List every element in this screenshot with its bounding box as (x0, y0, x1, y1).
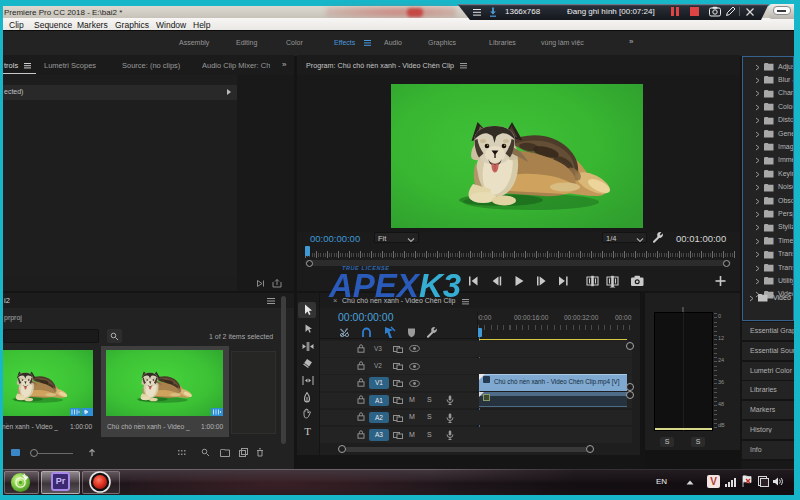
svg-text:T: T (304, 425, 311, 436)
